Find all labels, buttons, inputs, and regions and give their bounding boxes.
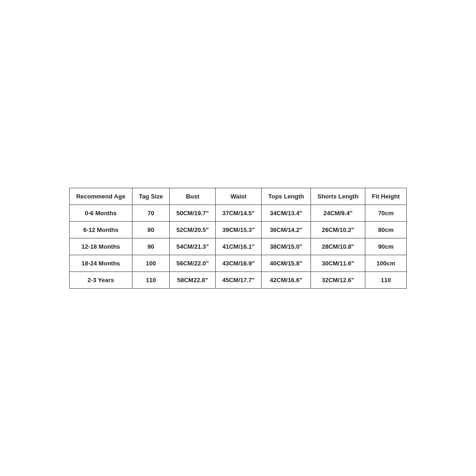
table-cell-1-2: 52CM/20.5" <box>170 221 216 238</box>
table-cell-4-1: 110 <box>132 271 170 288</box>
table-cell-2-0: 12-18 Months <box>69 238 132 255</box>
table-body: 0-6 Months7050CM/19.7"37CM/14.5"34CM/13.… <box>69 205 406 288</box>
table-row: 18-24 Months10056CM/22.0"43CM/16.9"40CM/… <box>69 255 406 271</box>
column-header-5: Shorts Length <box>311 188 365 205</box>
table-cell-1-1: 80 <box>132 221 170 238</box>
table-header-row: Recommend AgeTag SizeBustWaistTops Lengt… <box>69 188 406 205</box>
table-container: Recommend AgeTag SizeBustWaistTops Lengt… <box>0 0 476 476</box>
table-cell-1-5: 26CM/10.2" <box>311 221 365 238</box>
table-cell-1-6: 80cm <box>365 221 407 238</box>
column-header-1: Tag Size <box>132 188 170 205</box>
table-cell-2-1: 90 <box>132 238 170 255</box>
column-header-3: Waist <box>216 188 262 205</box>
table-cell-2-2: 54CM/21.3" <box>170 238 216 255</box>
table-cell-4-4: 42CM/16.6" <box>261 271 311 288</box>
table-cell-4-2: 58CM22.8" <box>170 271 216 288</box>
table-row: 2-3 Years11058CM22.8"45CM/17.7"42CM/16.6… <box>69 271 406 288</box>
column-header-4: Tops Length <box>261 188 311 205</box>
column-header-6: Fit Height <box>365 188 407 205</box>
table-cell-3-6: 100cm <box>365 255 407 271</box>
table-cell-3-3: 43CM/16.9" <box>216 255 262 271</box>
table-cell-2-4: 38CM/15.0" <box>261 238 311 255</box>
table-cell-4-3: 45CM/17.7" <box>216 271 262 288</box>
table-cell-3-4: 40CM/15.8" <box>261 255 311 271</box>
table-cell-1-0: 6-12 Months <box>69 221 132 238</box>
table-cell-0-0: 0-6 Months <box>69 205 132 221</box>
table-cell-1-4: 36CM/14.2" <box>261 221 311 238</box>
table-cell-1-3: 39CM/15.3" <box>216 221 262 238</box>
table-row: 12-18 Months9054CM/21.3"41CM/16.1"38CM/1… <box>69 238 406 255</box>
table-cell-0-1: 70 <box>132 205 170 221</box>
table-cell-3-1: 100 <box>132 255 170 271</box>
table-cell-4-0: 2-3 Years <box>69 271 132 288</box>
column-header-0: Recommend Age <box>69 188 132 205</box>
table-cell-4-6: 110 <box>365 271 407 288</box>
table-cell-2-6: 90cm <box>365 238 407 255</box>
table-cell-4-5: 32CM/12.6" <box>311 271 365 288</box>
table-cell-0-5: 24CM/9.4" <box>311 205 365 221</box>
table-cell-0-3: 37CM/14.5" <box>216 205 262 221</box>
table-cell-2-3: 41CM/16.1" <box>216 238 262 255</box>
table-row: 6-12 Months8052CM/20.5"39CM/15.3"36CM/14… <box>69 221 406 238</box>
table-cell-3-0: 18-24 Months <box>69 255 132 271</box>
table-cell-0-2: 50CM/19.7" <box>170 205 216 221</box>
table-cell-3-5: 30CM/11.6" <box>311 255 365 271</box>
table-cell-3-2: 56CM/22.0" <box>170 255 216 271</box>
table-row: 0-6 Months7050CM/19.7"37CM/14.5"34CM/13.… <box>69 205 406 221</box>
table-cell-0-6: 70cm <box>365 205 407 221</box>
column-header-2: Bust <box>170 188 216 205</box>
size-chart-table: Recommend AgeTag SizeBustWaistTops Lengt… <box>69 188 407 289</box>
table-cell-2-5: 28CM/10.8" <box>311 238 365 255</box>
table-cell-0-4: 34CM/13.4" <box>261 205 311 221</box>
